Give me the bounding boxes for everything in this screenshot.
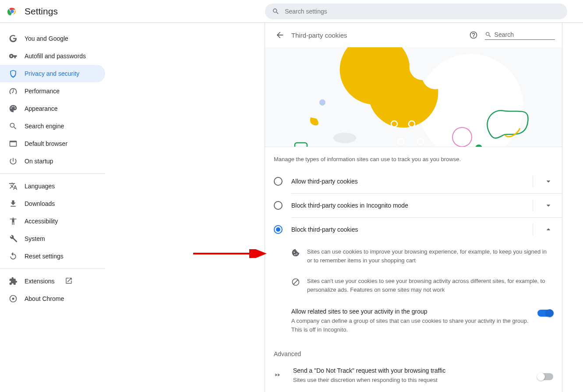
app-header: Settings [0,0,583,23]
search-icon [9,122,18,131]
do-not-track-row[interactable]: Send a "Do Not Track" request with your … [265,361,562,391]
extension-icon [9,277,18,286]
sidebar-item-extensions[interactable]: Extensions [0,272,105,290]
option-allow-third-party[interactable]: Allow third-party cookies [265,170,562,193]
palette-icon [9,104,18,113]
page-title: Settings [25,6,58,17]
sidebar-item-about[interactable]: About Chrome [0,290,105,307]
accessibility-icon [9,217,18,226]
expand-button[interactable] [533,176,553,187]
google-g-icon [9,34,18,43]
back-button[interactable] [272,27,288,43]
svg-point-9 [398,138,404,145]
sidebar-item-accessibility[interactable]: Accessibility [0,212,105,230]
related-sites-toggle[interactable] [537,310,553,317]
detail-text: Sites can't use your cookies to see your… [307,277,553,294]
svg-point-10 [417,138,424,145]
send-arrow-icon [274,371,283,381]
sidebar-item-label: Accessibility [25,218,58,225]
sidebar-item-label: System [25,235,45,242]
svg-point-11 [319,99,325,106]
wrench-icon [9,234,18,243]
sidebar-item-system[interactable]: System [0,230,105,247]
radio-unchecked-icon [274,201,283,210]
sidebar-item-appearance[interactable]: Appearance [0,100,105,117]
collapse-button[interactable] [533,224,553,235]
panel-search-input[interactable] [495,31,555,38]
search-icon [272,7,279,15]
sidebar-item-you-and-google[interactable]: You and Google [0,30,105,47]
sidebar-item-label: Autofill and passwords [25,53,86,60]
svg-rect-12 [295,143,307,147]
sidebar-item-label: Appearance [25,105,58,112]
arrow-back-icon [275,30,285,40]
sidebar-item-default-browser[interactable]: Default browser [0,135,105,152]
divider [0,173,105,174]
translate-icon [9,182,18,191]
radio-unchecked-icon [274,177,283,186]
help-icon [469,31,478,39]
download-icon [9,199,18,208]
related-sites-row: Allow related sites to see your activity… [265,300,562,342]
help-button[interactable] [469,31,478,39]
sidebar-item-label: Search engine [25,123,64,130]
sidebar-item-label: Downloads [25,200,55,207]
search-icon [485,31,492,39]
detail-text: Sites can use cookies to improve your br… [307,247,553,265]
option-label: Block third-party cookies [291,226,358,233]
panel-header: Third-party cookies [265,23,562,47]
sidebar-item-label: You and Google [25,35,68,42]
option-label: Allow third-party cookies [291,178,358,185]
svg-point-4 [12,298,14,300]
sidebar-item-privacy-security[interactable]: Privacy and security [0,65,105,82]
sidebar-item-autofill[interactable]: Autofill and passwords [0,47,105,65]
option-label: Block third-party cookies in Incognito m… [291,202,408,209]
sidebar-item-label: On startup [25,158,53,165]
sidebar-item-performance[interactable]: Performance [0,82,105,100]
sidebar-item-languages[interactable]: Languages [0,177,105,195]
radio-checked-icon [274,225,283,234]
sidebar-item-reset[interactable]: Reset settings [0,247,105,265]
content-area: Third-party cookies [112,23,583,392]
sidebar-item-label: Performance [25,88,60,95]
cookies-illustration [265,47,562,147]
sidebar-item-downloads[interactable]: Downloads [0,195,105,212]
dnt-toggle[interactable] [537,373,553,380]
chrome-about-icon [9,294,18,303]
key-icon [9,52,18,60]
sidebar-item-label: Privacy and security [25,70,79,77]
shield-icon [9,69,18,78]
sidebar-item-label: Languages [25,183,55,190]
chevron-down-icon [544,177,553,186]
sidebar-item-label: Default browser [25,140,67,147]
speedometer-icon [9,87,18,95]
dnt-title: Send a "Do Not Track" request with your … [293,367,537,374]
chrome-logo-icon [7,6,18,17]
svg-point-2 [11,10,14,13]
expand-button[interactable] [533,200,553,211]
panel-search-field[interactable] [485,31,555,40]
divider [0,268,105,269]
detail-cookie-allowed: Sites can use cookies to improve your br… [265,241,562,271]
settings-panel: Third-party cookies [265,23,562,392]
chevron-up-icon [544,225,553,234]
sidebar-item-search-engine[interactable]: Search engine [0,117,105,135]
related-sites-title: Allow related sites to see your activity… [291,308,537,315]
dnt-subtitle: Sites use their discretion when respondi… [293,376,537,385]
sidebar-item-label: Extensions [25,278,54,285]
option-block-third-party[interactable]: Block third-party cookies [265,218,562,241]
external-link-icon [65,277,73,286]
power-icon [9,157,18,166]
sidebar-item-label: About Chrome [25,295,64,302]
chevron-down-icon [544,201,553,210]
sidebar: You and Google Autofill and passwords Pr… [0,23,112,392]
option-block-incognito[interactable]: Block third-party cookies in Incognito m… [265,194,562,217]
search-settings-field[interactable] [265,4,567,19]
related-sites-subtitle: A company can define a group of sites th… [291,317,537,334]
sidebar-item-on-startup[interactable]: On startup [0,152,105,170]
cookie-icon [291,248,300,257]
advanced-heading: Advanced [265,342,562,361]
sidebar-item-label: Reset settings [25,253,64,260]
panel-title: Third-party cookies [291,32,347,39]
search-settings-input[interactable] [285,8,560,15]
